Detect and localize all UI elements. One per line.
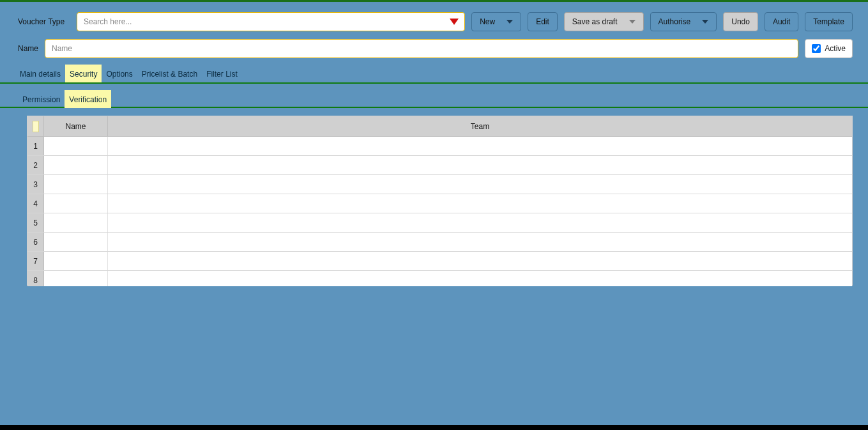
voucher-type-search-wrap — [77, 12, 465, 31]
cell-name[interactable] — [44, 137, 108, 155]
tab-security[interactable]: Security — [65, 65, 102, 84]
save-as-draft-button[interactable]: Save as draft — [564, 12, 644, 31]
subtab-verification[interactable]: Verification — [65, 90, 111, 108]
edit-button-label: Edit — [536, 17, 549, 26]
cell-team[interactable] — [108, 213, 852, 232]
security-subtabs: Permission Verification — [0, 84, 868, 108]
authorise-label: Authorise — [659, 17, 691, 26]
tab-pricelist-batch[interactable]: Pricelist & Batch — [137, 65, 202, 84]
new-button-label: New — [480, 17, 495, 26]
cell-name[interactable] — [44, 213, 108, 232]
table-row[interactable]: 8 — [27, 271, 852, 286]
template-label: Template — [813, 17, 844, 26]
cell-team[interactable] — [108, 175, 852, 194]
cell-name[interactable] — [44, 194, 108, 213]
cell-name[interactable] — [44, 271, 108, 286]
audit-button[interactable]: Audit — [765, 12, 798, 31]
tab-options[interactable]: Options — [102, 65, 137, 84]
row-number: 4 — [27, 194, 44, 213]
name-input[interactable] — [45, 39, 798, 58]
active-label: Active — [825, 44, 846, 53]
row-number: 8 — [27, 271, 44, 286]
row-number: 5 — [27, 213, 44, 232]
audit-label: Audit — [773, 17, 790, 26]
table-row[interactable]: 5 — [27, 213, 852, 233]
table-row[interactable]: 3 — [27, 175, 852, 194]
cell-team[interactable] — [108, 271, 852, 286]
column-select-all[interactable] — [27, 116, 44, 136]
cell-team[interactable] — [108, 137, 852, 155]
bottom-bar — [0, 425, 868, 430]
cell-name[interactable] — [44, 233, 108, 251]
table-row[interactable]: 6 — [27, 233, 852, 252]
column-header-name[interactable]: Name — [44, 116, 108, 136]
tab-main-details[interactable]: Main details — [15, 65, 65, 84]
table-row[interactable]: 1 — [27, 137, 852, 156]
table-body[interactable]: 1 2 3 4 5 6 7 — [27, 137, 852, 286]
active-checkbox[interactable] — [812, 44, 821, 53]
toolbar-row: Voucher Type New Edit Save as draft Auth… — [0, 2, 868, 36]
cell-team[interactable] — [108, 194, 852, 213]
tab-filter-list[interactable]: Filter List — [202, 65, 242, 84]
edit-button[interactable]: Edit — [528, 12, 558, 31]
select-all-indicator — [33, 121, 39, 132]
row-number: 2 — [27, 156, 44, 174]
voucher-type-label: Voucher Type — [18, 17, 70, 26]
table-row[interactable]: 4 — [27, 194, 852, 213]
active-checkbox-wrap[interactable]: Active — [805, 39, 853, 58]
name-row: Name Active — [0, 36, 868, 65]
verification-table: Name Team 1 2 3 4 5 6 — [27, 116, 853, 286]
row-number: 3 — [27, 175, 44, 194]
save-as-draft-label: Save as draft — [572, 17, 618, 26]
new-button[interactable]: New — [471, 12, 521, 31]
cell-team[interactable] — [108, 156, 852, 174]
authorise-button[interactable]: Authorise — [650, 12, 717, 31]
column-header-team[interactable]: Team — [108, 116, 852, 136]
row-number: 7 — [27, 252, 44, 270]
voucher-type-search-input[interactable] — [77, 12, 465, 31]
undo-button[interactable]: Undo — [723, 12, 758, 31]
main-tabs: Main details Security Options Pricelist … — [0, 65, 868, 84]
table-row[interactable]: 2 — [27, 156, 852, 175]
undo-label: Undo — [731, 17, 750, 26]
name-label: Name — [18, 44, 38, 53]
cell-name[interactable] — [44, 156, 108, 174]
row-number: 6 — [27, 233, 44, 251]
table-header: Name Team — [27, 116, 852, 137]
cell-name[interactable] — [44, 252, 108, 270]
cell-team[interactable] — [108, 252, 852, 270]
cell-name[interactable] — [44, 175, 108, 194]
table-row[interactable]: 7 — [27, 252, 852, 271]
chevron-down-icon — [629, 20, 636, 24]
chevron-down-icon — [702, 20, 708, 24]
cell-team[interactable] — [108, 233, 852, 251]
chevron-down-icon — [506, 20, 513, 24]
row-number: 1 — [27, 137, 44, 155]
subtab-permission[interactable]: Permission — [18, 90, 65, 108]
template-button[interactable]: Template — [805, 12, 853, 31]
